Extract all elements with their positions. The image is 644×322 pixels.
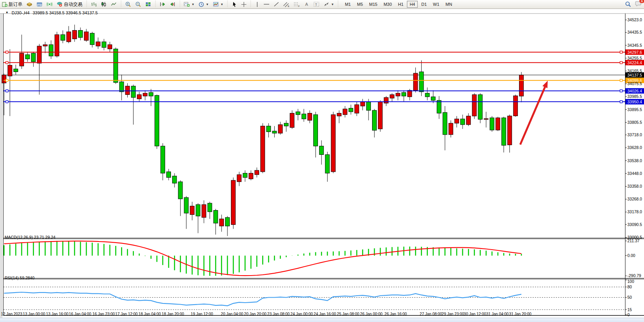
new-order-icon bbox=[2, 2, 7, 7]
trendline-icon bbox=[273, 2, 279, 7]
candle bbox=[214, 210, 218, 223]
candle bbox=[49, 45, 53, 56]
timeframe-m1[interactable]: M1 bbox=[342, 1, 354, 8]
channel-icon: E bbox=[283, 2, 290, 7]
signal-icon bbox=[46, 2, 53, 7]
candle bbox=[14, 69, 18, 72]
candle bbox=[8, 65, 12, 76]
bar-chart-button[interactable] bbox=[89, 0, 99, 9]
text-label-button[interactable]: T bbox=[311, 0, 321, 9]
candle bbox=[79, 30, 83, 37]
timeframe-h1[interactable]: H1 bbox=[395, 1, 406, 8]
trendline-button[interactable] bbox=[272, 0, 281, 9]
text-icon: A bbox=[304, 2, 309, 7]
indicators-button[interactable]: ▼ bbox=[182, 0, 196, 9]
timeframe-h4[interactable]: H4 bbox=[407, 1, 418, 8]
periods-button[interactable]: ▼ bbox=[196, 0, 211, 9]
toolbar: 新订单 自动交易 ▼ ▼ bbox=[0, 0, 644, 9]
candlestick-chart-icon bbox=[101, 2, 107, 7]
candle bbox=[202, 205, 206, 218]
channel-button[interactable]: E bbox=[281, 0, 292, 9]
candle bbox=[484, 119, 488, 120]
auto-trading-label: 自动交易 bbox=[64, 1, 82, 8]
candle bbox=[284, 123, 289, 126]
candlestick-chart-button[interactable] bbox=[99, 0, 109, 9]
price-tick-label: 34165.5 bbox=[627, 69, 642, 73]
market-watch-button[interactable] bbox=[24, 0, 34, 9]
time-axis-label: 18 Jan 04:00 bbox=[138, 312, 161, 316]
chart-shift-button[interactable] bbox=[167, 0, 178, 9]
candle bbox=[408, 90, 412, 97]
line-chart-button[interactable] bbox=[109, 0, 119, 9]
level-handle[interactable] bbox=[620, 51, 622, 53]
templates-button[interactable]: ▼ bbox=[211, 0, 225, 9]
candle bbox=[402, 92, 406, 96]
candle bbox=[461, 119, 465, 125]
level-handle[interactable] bbox=[620, 79, 622, 82]
auto-scroll-button[interactable] bbox=[157, 0, 167, 9]
crosshair-button[interactable] bbox=[239, 0, 249, 9]
fibonacci-button[interactable]: F bbox=[292, 0, 302, 9]
notifications-button[interactable]: 1 bbox=[635, 1, 642, 8]
cursor-icon bbox=[232, 2, 237, 7]
toolbar-separator bbox=[120, 1, 122, 8]
cursor-button[interactable] bbox=[230, 0, 239, 9]
rsi-label: RSI(14) 59.2840 bbox=[5, 276, 34, 280]
level-handle[interactable] bbox=[6, 101, 8, 103]
chevron-down-icon: ▼ bbox=[206, 3, 209, 6]
time-axis-label: 20 Jan 20:00 bbox=[244, 312, 266, 316]
time-axis-label: 19 Jan 12:00 bbox=[191, 312, 213, 316]
toolbar-separator bbox=[179, 1, 181, 8]
candle bbox=[372, 110, 377, 130]
candle bbox=[431, 97, 436, 100]
timeframe-m30[interactable]: M30 bbox=[381, 1, 395, 8]
timeframe-mn[interactable]: MN bbox=[443, 1, 455, 8]
timeframe-w1[interactable]: W1 bbox=[430, 1, 442, 8]
candle bbox=[249, 173, 253, 179]
candle bbox=[173, 176, 177, 183]
level-handle[interactable] bbox=[6, 51, 8, 53]
toolbar-separator bbox=[85, 1, 87, 8]
candle bbox=[272, 131, 277, 134]
timeframe-m5[interactable]: M5 bbox=[354, 1, 366, 8]
vertical-line-button[interactable] bbox=[253, 0, 261, 9]
zoom-in-button[interactable] bbox=[123, 0, 133, 9]
level-handle[interactable] bbox=[6, 62, 8, 64]
chart-canvas[interactable]: 34297.634224.434137.534099.634026.433950… bbox=[0, 9, 644, 322]
candle bbox=[513, 96, 518, 116]
price-tick-label: 33448.0 bbox=[627, 171, 642, 176]
chart-window[interactable]: 34297.634224.434137.534099.634026.433950… bbox=[0, 9, 644, 318]
candle bbox=[472, 95, 477, 116]
time-axis-label: 17 Jan 12:00 bbox=[115, 312, 138, 316]
arrows-button[interactable]: ▼ bbox=[321, 0, 336, 9]
new-order-button[interactable]: 新订单 bbox=[0, 0, 24, 9]
level-handle[interactable] bbox=[620, 90, 622, 92]
level-handle[interactable] bbox=[620, 62, 622, 64]
timeframe-d1[interactable]: D1 bbox=[419, 1, 429, 8]
time-axis-label: 31 Jan 04:00 bbox=[486, 312, 509, 316]
data-window-button[interactable] bbox=[34, 0, 44, 9]
candle bbox=[120, 82, 124, 92]
candle bbox=[243, 173, 247, 177]
candle bbox=[478, 95, 482, 120]
chart-title: ▼ DJ30-,H4 33989.5 34158.5 33946.5 34137… bbox=[5, 10, 98, 15]
candle bbox=[419, 72, 424, 92]
auto-trading-button[interactable]: 自动交易 bbox=[55, 0, 84, 9]
price-level-badge-text: 34224.4 bbox=[627, 60, 642, 65]
candle bbox=[208, 203, 212, 212]
tile-windows-button[interactable] bbox=[143, 0, 153, 9]
level-handle[interactable] bbox=[620, 101, 622, 103]
timeframe-m15[interactable]: M15 bbox=[366, 1, 380, 8]
level-handle[interactable] bbox=[6, 90, 8, 92]
candle bbox=[307, 113, 312, 120]
horizontal-line-button[interactable] bbox=[261, 0, 272, 9]
signal-button[interactable] bbox=[44, 0, 55, 9]
chart-dropdown-icon[interactable]: ▼ bbox=[5, 11, 9, 15]
time-axis-label: 24 Jan 00:00 bbox=[290, 312, 313, 316]
text-button[interactable]: A bbox=[302, 0, 311, 9]
candle bbox=[155, 95, 159, 146]
level-handle[interactable] bbox=[6, 79, 8, 82]
search-icon[interactable] bbox=[625, 1, 631, 7]
zoom-out-button[interactable] bbox=[133, 0, 143, 9]
candle bbox=[425, 93, 429, 97]
